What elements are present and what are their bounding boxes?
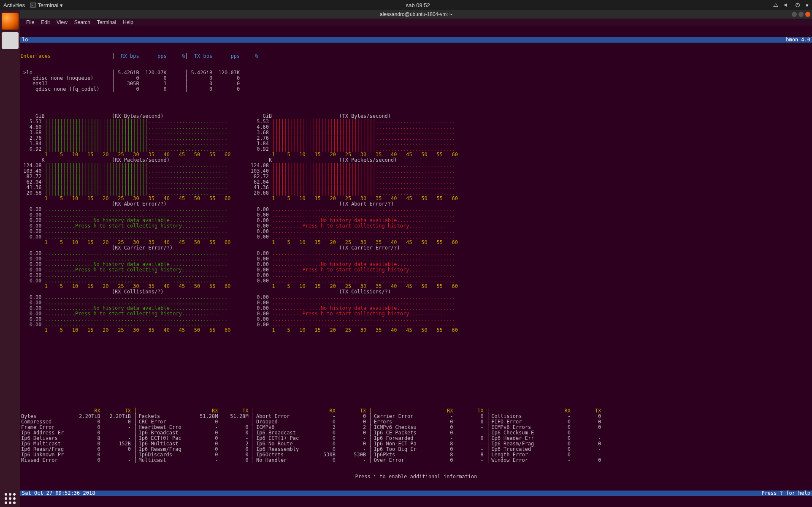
maximize-button[interactable] [798, 12, 804, 17]
graph-xaxis: 1 5 10 15 20 25 30 35 40 45 50 55 60 [248, 328, 458, 333]
menu-edit[interactable]: Edit [38, 20, 52, 25]
clock[interactable]: sab 09:52 [63, 3, 773, 8]
files-icon[interactable] [2, 32, 19, 49]
tx-graphs-column: GiB (TX Bytes/second) 5.53 |||||||||||||… [248, 114, 458, 333]
close-button[interactable] [805, 12, 810, 17]
gnome-topbar: Activities >_ Terminal ▾ sab 09:52 ▾ [0, 0, 812, 10]
show-apps-icon[interactable] [2, 490, 19, 507]
activities-button[interactable]: Activities [3, 3, 25, 8]
volume-icon[interactable] [784, 2, 790, 8]
window-titlebar: alessandro@ubuntu-1804-vm: ~ [20, 10, 812, 19]
rx-graphs-column: GiB (RX Bytes/second) 5.53 |||||||||||||… [20, 114, 231, 333]
interfaces-header: Interfaces │ RX bps pps %│ TX bps pps % [20, 54, 812, 59]
interfaces-rows: >lo │ 5.42GiB 120.07K │ 5.42GiB 120.07K … [20, 70, 812, 92]
statusbar-time: Sat Oct 27 09:52:36 2018 [22, 491, 95, 496]
menu-help[interactable]: Help [120, 20, 136, 25]
stats-row: Over Error 0 - │ [374, 458, 490, 463]
menu-file[interactable]: File [24, 20, 37, 25]
stats-hint: Press i to enable additional information [20, 474, 812, 480]
svg-text:>_: >_ [31, 4, 35, 7]
bmon-selected-iface: lo [22, 37, 28, 43]
power-icon[interactable] [795, 2, 801, 8]
bmon-titlebar: lo bmon 4.0 [20, 37, 812, 43]
menu-search[interactable]: Search [72, 20, 93, 25]
interface-row[interactable]: qdisc none (fq_codel) │ 0 0 │ 0 0 [20, 87, 812, 92]
stats-row: Multicast - 0 │ [139, 458, 255, 463]
menu-terminal[interactable]: Terminal [95, 20, 119, 25]
app-menu[interactable]: >_ Terminal ▾ [30, 2, 63, 8]
terminal-pane[interactable]: lo bmon 4.0 Interfaces │ RX bps pps %│ T… [20, 26, 812, 507]
menu-view[interactable]: View [54, 20, 70, 25]
stats-row: Missed Error 0 - │ [21, 458, 137, 463]
bmon-statusbar: Sat Oct 27 09:52:36 2018 Press ? for hel… [20, 491, 812, 496]
stats-row: No Handler 0 - │ [256, 458, 372, 463]
stats-table: RX TX │Bytes 2.20TiB 2.20TiB │Compressed… [20, 408, 812, 463]
terminal-menubar: FileEditViewSearchTerminalHelp [20, 19, 812, 26]
firefox-icon[interactable] [2, 13, 19, 30]
stats-row: Window Error - 0 [491, 458, 601, 463]
chevron-down-icon[interactable]: ▾ [806, 3, 809, 8]
terminal-icon: >_ [30, 2, 36, 8]
bmon-version: bmon 4.0 [786, 37, 810, 43]
window-title: alessandro@ubuntu-1804-vm: ~ [380, 12, 452, 17]
statusbar-help: Press ? for help [761, 491, 810, 496]
graph-xaxis: 1 5 10 15 20 25 30 35 40 45 50 55 60 [20, 328, 231, 333]
minimize-button[interactable] [792, 12, 797, 17]
launcher-dock [0, 10, 20, 507]
network-icon[interactable] [773, 2, 779, 8]
